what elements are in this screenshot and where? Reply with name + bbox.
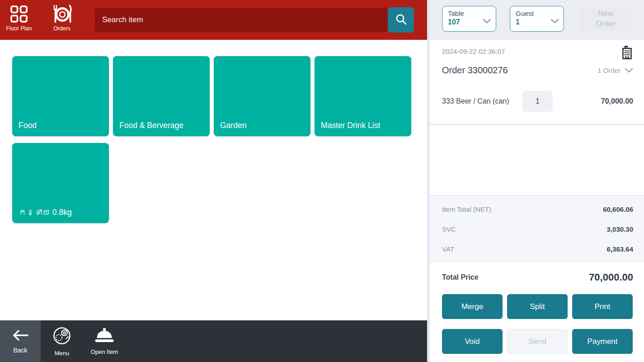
order-number-title: Order 33000276 xyxy=(442,65,508,76)
order-count-label: 1 Order xyxy=(597,67,620,74)
search-input[interactable] xyxy=(102,15,381,24)
table-select[interactable]: Table 107 xyxy=(442,6,496,32)
open-item-cloche-icon xyxy=(94,327,115,346)
nav-floor-plan[interactable]: Floor Plan xyxy=(5,4,33,32)
category-tile-master-drink-list[interactable]: Master Drink List xyxy=(315,56,411,136)
total-price-value: 70,000.00 xyxy=(589,272,633,283)
item-list-divider xyxy=(430,124,644,125)
pos-screen: Floor Plan Orders xyxy=(0,0,644,362)
total-row-label: Item Total (NET) xyxy=(442,205,491,213)
category-tile-label: Food & Berverage xyxy=(119,121,183,130)
menu-plate-icon xyxy=(52,326,72,348)
back-button[interactable]: Back xyxy=(0,320,41,362)
category-tile-food[interactable]: Food xyxy=(12,56,109,136)
void-button[interactable]: Void xyxy=(442,329,503,354)
total-row-vat: VAT 6,363.64 xyxy=(442,239,633,259)
search-icon xyxy=(395,13,407,27)
total-row-net: Item Total (NET) 60,606.06 xyxy=(442,199,633,219)
category-tile-label: កន្ទាយ 0.8kg xyxy=(19,208,72,217)
order-panel-topbar: Table 107 Guest 1 New Order xyxy=(430,0,644,40)
order-item-quantity[interactable]: 1 xyxy=(522,91,553,112)
new-order-button[interactable]: New Order xyxy=(578,6,633,31)
print-button[interactable]: Print xyxy=(572,294,633,319)
guest-select-label: Guest xyxy=(516,10,564,17)
chevron-down-icon xyxy=(483,17,491,25)
search-bar xyxy=(95,8,388,32)
building-icon[interactable] xyxy=(621,46,633,61)
category-tile-food-berverage[interactable]: Food & Berverage xyxy=(113,56,210,136)
order-panel: Table 107 Guest 1 New Order xyxy=(430,0,644,362)
chevron-down-icon xyxy=(625,67,633,74)
chevron-down-icon xyxy=(550,17,559,25)
top-header: Floor Plan Orders xyxy=(0,0,427,40)
menu-button[interactable]: Menu xyxy=(41,320,83,362)
search-button[interactable] xyxy=(388,7,414,33)
payment-button[interactable]: Payment xyxy=(572,329,633,354)
category-tile-khmer-item[interactable]: កន្ទាយ 0.8kg xyxy=(12,143,109,223)
table-select-label: Table xyxy=(448,10,496,17)
orders-plate-icon xyxy=(51,4,73,24)
order-datetime: 2024-09-22 02:36:07 xyxy=(442,46,505,55)
total-row-label: VAT xyxy=(442,245,454,253)
menu-label: Menu xyxy=(55,350,70,357)
total-row-label: SVC xyxy=(442,225,456,233)
nav-floor-plan-label: Floor Plan xyxy=(6,25,32,32)
order-count-dropdown[interactable]: 1 Order xyxy=(597,67,633,74)
order-item-row[interactable]: 333 Beer / Can (can) 1 70,000.00 xyxy=(442,91,633,112)
back-arrow-icon xyxy=(11,329,29,343)
action-buttons: Merge Split Print Void Send Payment xyxy=(442,294,633,354)
order-header: 2024-09-22 02:36:07 xyxy=(442,46,633,76)
floor-plan-grid-icon xyxy=(10,4,28,24)
category-tile-label: Food xyxy=(19,121,37,130)
category-tile-label: Garden xyxy=(220,121,246,130)
total-row-value: 60,606.06 xyxy=(603,205,633,213)
merge-button[interactable]: Merge xyxy=(442,294,503,319)
back-label: Back xyxy=(13,347,27,354)
total-row-value: 3,030.30 xyxy=(607,225,633,233)
total-price-label: Total Price xyxy=(442,273,479,281)
total-row-value: 6,363.64 xyxy=(607,245,633,253)
split-button[interactable]: Split xyxy=(507,294,568,319)
bottom-toolbar: Back Menu Open xyxy=(0,320,427,362)
send-button[interactable]: Send xyxy=(507,329,568,354)
nav-orders-label: Orders xyxy=(53,25,71,32)
open-item-button[interactable]: Open Item xyxy=(83,320,126,362)
order-item-name: 333 Beer / Can (can) xyxy=(442,97,522,105)
nav-orders[interactable]: Orders xyxy=(47,4,77,32)
total-row-svc: SVC 3,030.30 xyxy=(442,219,633,239)
totals-section: Item Total (NET) 60,606.06 SVC 3,030.30 … xyxy=(430,195,644,262)
category-grid: Food Food & Berverage Garden Master Drin… xyxy=(12,56,419,223)
order-item-price: 70,000.00 xyxy=(553,97,633,105)
open-item-label: Open Item xyxy=(91,348,118,355)
guest-select[interactable]: Guest 1 xyxy=(510,6,564,32)
total-price-row: Total Price 70,000.00 xyxy=(442,272,633,283)
category-tile-label: Master Drink List xyxy=(321,121,380,130)
category-tile-garden[interactable]: Garden xyxy=(214,56,310,136)
